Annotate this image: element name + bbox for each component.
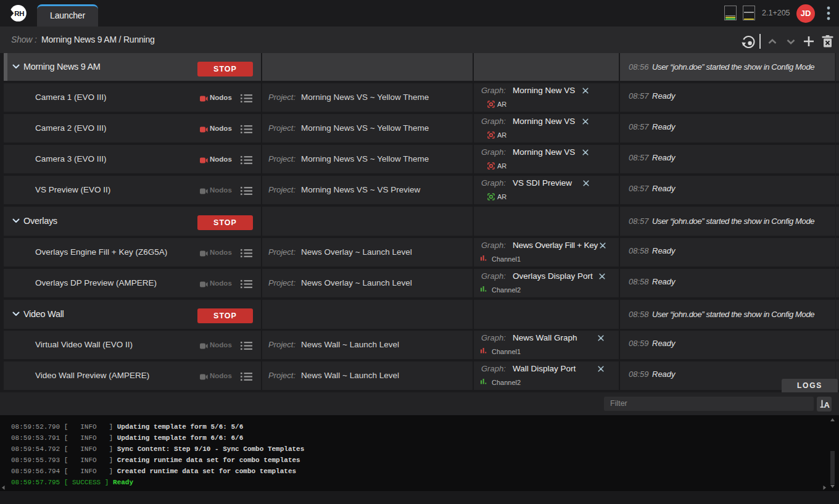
svg-text:RH: RH: [14, 10, 24, 17]
svg-text:A: A: [824, 400, 830, 410]
